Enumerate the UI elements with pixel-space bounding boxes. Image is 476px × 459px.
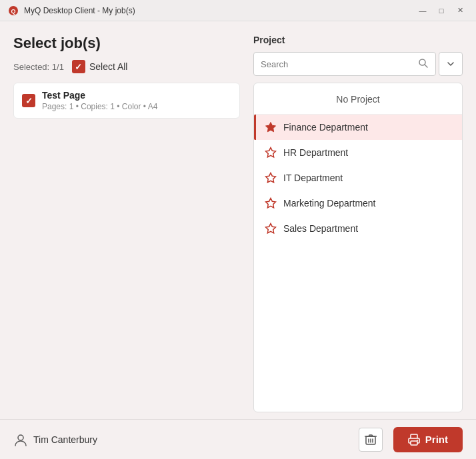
user-name: Tim Canterbury <box>33 434 97 445</box>
svg-point-17 <box>417 440 418 441</box>
svg-marker-5 <box>266 148 276 157</box>
project-name-finance: Finance Department <box>283 122 368 133</box>
user-icon <box>13 432 28 447</box>
svg-point-9 <box>18 435 23 440</box>
project-name-sales: Sales Department <box>283 223 358 234</box>
dropdown-button[interactable] <box>439 52 463 76</box>
star-empty-icon <box>265 197 277 209</box>
star-filled-icon <box>265 121 277 133</box>
search-bar <box>253 52 463 76</box>
search-icon-button[interactable] <box>418 58 429 71</box>
svg-text:Q: Q <box>11 8 15 15</box>
project-name-it: IT Department <box>283 173 343 183</box>
search-input[interactable] <box>261 59 418 69</box>
footer: Tim Canterbury Print <box>0 419 476 459</box>
project-name-hr: HR Department <box>283 147 348 158</box>
job-info: Test Page Pages: 1 • Copies: 1 • Color •… <box>42 90 157 111</box>
selection-header: Selected: 1/1 Select All <box>13 60 240 73</box>
project-item-hr[interactable]: HR Department <box>254 140 462 165</box>
job-meta: Pages: 1 • Copies: 1 • Color • A4 <box>42 102 157 111</box>
select-all-button[interactable]: Select All <box>72 60 128 73</box>
footer-actions: Print <box>359 427 463 452</box>
printer-icon <box>408 434 420 446</box>
svg-rect-15 <box>411 434 417 438</box>
left-panel: Select job(s) Selected: 1/1 Select All T… <box>13 35 240 412</box>
trash-icon <box>365 434 377 446</box>
project-label: Project <box>253 35 463 45</box>
project-item-it[interactable]: IT Department <box>254 165 462 191</box>
right-panel: Project No Project <box>253 35 463 412</box>
title-bar: Q MyQ Desktop Client - My job(s) — □ ✕ <box>0 0 476 21</box>
selected-count: Selected: 1/1 <box>13 62 64 72</box>
minimize-button[interactable]: — <box>415 4 431 17</box>
svg-marker-6 <box>266 173 276 183</box>
job-item[interactable]: Test Page Pages: 1 • Copies: 1 • Color •… <box>13 83 240 119</box>
page-title: Select job(s) <box>13 35 240 52</box>
project-item-finance[interactable]: Finance Department <box>254 115 462 140</box>
print-button[interactable]: Print <box>393 427 463 452</box>
delete-button[interactable] <box>359 428 383 452</box>
search-input-wrapper <box>253 52 436 76</box>
job-name: Test Page <box>42 90 157 101</box>
chevron-down-icon <box>446 59 455 69</box>
svg-rect-16 <box>411 441 417 445</box>
app-icon: Q <box>8 5 19 16</box>
window-controls: — □ ✕ <box>415 4 468 17</box>
svg-marker-4 <box>266 123 276 132</box>
project-list: No Project Finance Department HR Departm… <box>253 83 463 412</box>
select-all-checkbox <box>72 60 85 73</box>
main-content: Select job(s) Selected: 1/1 Select All T… <box>0 21 476 419</box>
star-empty-icon <box>265 223 277 234</box>
close-button[interactable]: ✕ <box>452 4 468 17</box>
project-name-marketing: Marketing Department <box>283 198 376 209</box>
no-project-item[interactable]: No Project <box>254 87 462 115</box>
user-info: Tim Canterbury <box>13 432 97 447</box>
maximize-button[interactable]: □ <box>433 4 449 17</box>
no-project-label: No Project <box>336 94 379 105</box>
job-list: Test Page Pages: 1 • Copies: 1 • Color •… <box>13 83 240 119</box>
svg-marker-8 <box>266 224 276 233</box>
project-item-marketing[interactable]: Marketing Department <box>254 191 462 216</box>
select-all-label: Select All <box>89 61 128 72</box>
svg-marker-7 <box>266 199 276 208</box>
star-empty-icon <box>265 172 277 184</box>
search-icon <box>418 58 429 69</box>
job-checkbox <box>22 94 35 107</box>
star-empty-icon <box>265 147 277 159</box>
svg-line-3 <box>425 65 427 67</box>
window-title: MyQ Desktop Client - My job(s) <box>24 6 415 15</box>
print-label: Print <box>425 434 448 445</box>
project-item-sales[interactable]: Sales Department <box>254 216 462 241</box>
